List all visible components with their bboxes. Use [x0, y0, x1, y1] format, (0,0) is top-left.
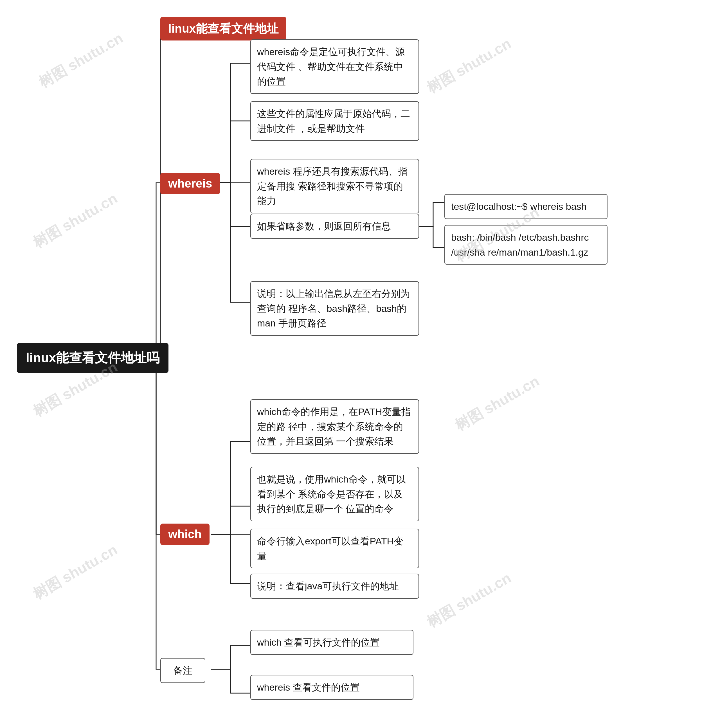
beizhu-node: 备注: [160, 658, 205, 683]
content-node-n7: 也就是说，使用which命令，就可以看到某个 系统命令是否存在，以及执行的到底是…: [250, 467, 419, 522]
content-node-n3: whereis 程序还具有搜索源代码、指定备用搜 索路径和搜索不寻常项的能力: [250, 159, 419, 213]
content-node-n4: 如果省略参数，则返回所有信息: [250, 214, 419, 239]
content-node-n6: which命令的作用是，在PATH变量指定的路 径中，搜索某个系统命令的位置，并…: [250, 399, 419, 454]
which-node: which: [160, 523, 210, 545]
content-node-n9: 说明：查看java可执行文件的地址: [250, 574, 419, 599]
content-node-n2: 这些文件的属性应属于原始代码，二进制文件 ，或是帮助文件: [250, 101, 419, 141]
content-node-n4a: test@localhost:~$ whereis bash: [444, 194, 608, 219]
content-node-n10: which 查看可执行文件的位置: [250, 630, 414, 655]
content-node-n5: 说明：以上输出信息从左至右分别为查询的 程序名、bash路径、bash的man …: [250, 281, 419, 336]
content-node-n1: whereis命令是定位可执行文件、源代码文件 、帮助文件在文件系统中的位置: [250, 39, 419, 94]
content-node-n11: whereis 查看文件的位置: [250, 675, 414, 700]
top-branch-node: linux能查看文件地址: [160, 17, 286, 40]
content-node-n8: 命令行输入export可以查看PATH变量: [250, 529, 419, 568]
whereis-node: whereis: [160, 173, 220, 194]
mind-map: linux能查看文件地址吗 linux能查看文件地址 whereis which…: [0, 0, 720, 728]
root-node: linux能查看文件地址吗: [17, 343, 169, 373]
content-node-n4b: bash: /bin/bash /etc/bash.bashrc /usr/sh…: [444, 225, 608, 265]
